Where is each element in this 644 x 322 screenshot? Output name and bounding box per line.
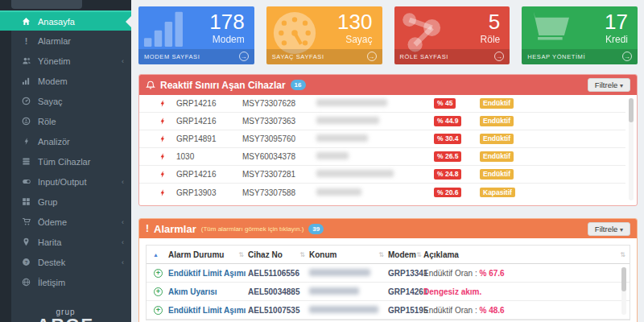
stack-icon <box>20 157 32 166</box>
sidebar-menu: Anasayfa!AlarmlarYönetim‹ModemSayaçRöleA… <box>0 10 131 292</box>
alarm-durum-link[interactable]: Endüktif Limit Aşımı <box>163 306 248 315</box>
sidebar-item-harita[interactable]: Harita‹ <box>0 232 131 252</box>
reaktif-count-badge[interactable]: 16 <box>291 80 306 90</box>
reaktif-oran-badge: % 26.5 <box>434 151 480 162</box>
sidebar-item-saya-[interactable]: Sayaç <box>0 91 131 111</box>
stat-card-label: Kredi <box>605 34 628 45</box>
alarm-durum-link[interactable]: Endüktif Limit Aşımı <box>163 269 248 278</box>
reaktif-tip-badge: Endüktif <box>480 134 552 144</box>
alarm-table-row[interactable]: +Endüktif Limit AşımıAEL51007535GRP15195… <box>147 301 630 320</box>
reaktif-cihaz-cell: MSY60034378 <box>242 152 316 161</box>
sidebar-search-box[interactable] <box>11 0 82 9</box>
alarm-table: ▲Alarm Durumu⇅Cihaz No⇅Konum⇅Modem⇅Açıkl… <box>146 245 630 320</box>
sidebar-item-modem[interactable]: Modem <box>0 71 131 91</box>
arrow-right-circle-icon[interactable]: → <box>494 52 504 61</box>
reaktif-table-row[interactable]: GRP13903MSY73307588% 20.6Kapasitif <box>139 184 625 201</box>
sidebar-item-y-netim[interactable]: Yönetim‹ <box>0 51 131 71</box>
chevron-left-icon: ‹ <box>122 238 124 246</box>
alarm-rows: +Endüktif Limit AşımıAEL51106556GRP13341… <box>147 264 630 320</box>
dashboard-root: Anasayfa!AlarmlarYönetim‹ModemSayaçRöleA… <box>0 0 644 322</box>
alarm-cihaz-cell: AEL51106556 <box>248 269 309 278</box>
stat-card-modem[interactable]: 178ModemMODEM SAYFASI→ <box>138 6 254 64</box>
reaktif-cihaz-cell: MSY73307588 <box>242 188 316 197</box>
sidebar-item-label: Analizör <box>38 137 70 147</box>
reaktif-grup-cell: GRP14216 <box>176 170 242 179</box>
column-label: Modem <box>388 250 416 259</box>
reaktif-konum-cell-blurred <box>316 188 434 197</box>
sidebar-item-input-output[interactable]: Input/Output‹ <box>0 171 131 192</box>
alarm-filter-button[interactable]: Filtrele ▾ <box>588 222 630 236</box>
alarm-panel-body: ▲Alarm Durumu⇅Cihaz No⇅Konum⇅Modem⇅Açıkl… <box>139 238 637 322</box>
sidebar-item-grup[interactable]: Grup <box>0 192 131 212</box>
alarm-cihaz-cell: AEL51007535 <box>248 306 309 315</box>
reaktif-oran-badge: % 45 <box>434 98 480 109</box>
reaktif-konum-cell-blurred <box>316 134 434 143</box>
brand-logo: grup ARGE <box>0 308 131 322</box>
reaktif-table: GRP14216MSY73307628% 45EndüktifGRP14216M… <box>139 95 637 205</box>
alarm-count-badge[interactable]: 39 <box>308 224 324 234</box>
caret-down-icon: ▾ <box>620 226 623 233</box>
reaktif-scrollbar[interactable] <box>629 98 634 200</box>
reaktif-oran-badge: % 24.8 <box>434 169 480 180</box>
stat-card-kredi[interactable]: 17KrediHESAP YÖNETİMİ→ <box>522 6 638 64</box>
sidebar-item-t-m-cihazlar[interactable]: Tüm Cihazlar <box>0 151 131 171</box>
arrow-right-circle-icon[interactable]: → <box>239 52 249 61</box>
sort-icon: ⇅ <box>238 251 244 258</box>
reaktif-table-row[interactable]: GRP14216MSY73307363% 44.9Endüktif <box>139 113 625 130</box>
reaktif-table-row[interactable]: GRP14216MSY73307281% 24.8Endüktif <box>139 166 625 184</box>
stat-card-footer[interactable]: RÖLE SAYFASI→ <box>394 49 510 64</box>
stat-card-footer[interactable]: HESAP YÖNETİMİ→ <box>522 49 638 64</box>
sidebar-item-i-leti-im[interactable]: İletişim <box>0 272 131 292</box>
alarm-panel-header: ! Alarmlar (Tüm alarmları görmek için tı… <box>139 219 637 238</box>
reaktif-cihaz-cell: MSY73095760 <box>242 134 316 143</box>
lightning-icon <box>149 134 176 143</box>
alarm-scrollbar[interactable] <box>621 267 626 315</box>
globe-icon <box>20 278 32 287</box>
alarm-konum-cell-blurred <box>309 306 388 315</box>
alarm-table-row[interactable]: +Endüktif Limit AşımıAEL51106556GRP13341… <box>147 264 630 283</box>
sidebar-top-bar <box>0 0 131 10</box>
alarm-col-header-konum[interactable]: Konum⇅ <box>309 250 388 259</box>
alarm-col-header-cihaz[interactable]: Cihaz No⇅ <box>248 250 309 259</box>
reaktif-tip-badge: Endüktif <box>480 169 552 180</box>
stat-card-footer[interactable]: MODEM SAYFASI→ <box>138 49 254 64</box>
reaktif-table-row[interactable]: GRP14891MSY73095760% 30.4Endüktif <box>139 130 625 148</box>
reaktif-grup-cell: GRP13903 <box>176 188 242 197</box>
reaktif-scrollbar-thumb[interactable] <box>629 98 634 122</box>
alarm-modem-cell: GRP14261 <box>388 287 423 296</box>
chevron-left-icon: ‹ <box>122 57 124 65</box>
sidebar: Anasayfa!AlarmlarYönetim‹ModemSayaçRöleA… <box>0 0 131 322</box>
alarm-panel-subtitle[interactable]: (Tüm alarmları görmek için tıklayın.) <box>201 225 304 233</box>
stat-card-r-le[interactable]: 5RöleRÖLE SAYFASI→ <box>394 6 510 64</box>
signal-icon <box>20 76 32 85</box>
sidebar-item-analiz-r[interactable]: Analizör <box>0 131 131 151</box>
alarm-col-icon-header[interactable]: ▲ <box>147 252 163 258</box>
sidebar-item-label: Destek <box>38 258 65 267</box>
plus-circle-icon[interactable]: + <box>147 287 163 296</box>
plus-circle-icon[interactable]: + <box>147 306 163 315</box>
grid-icon <box>20 197 32 206</box>
sidebar-item-label: Sayaç <box>38 97 63 106</box>
stat-card-saya-[interactable]: 130SayaçSAYAÇ SAYFASI→ <box>266 6 382 64</box>
alarm-col-header-modem[interactable]: Modem⇅ <box>388 250 423 259</box>
alarm-panel: ! Alarmlar (Tüm alarmları görmek için tı… <box>138 218 638 322</box>
sidebar-item-anasayfa[interactable]: Anasayfa <box>0 10 131 31</box>
sidebar-item-alarmlar[interactable]: !Alarmlar <box>0 31 131 51</box>
alarm-table-row[interactable]: +Akım UyarısıAEL50034885GRP14261Dengesiz… <box>147 283 630 301</box>
sidebar-item-r-le[interactable]: Röle <box>0 111 131 131</box>
chevron-left-icon: ‹ <box>122 218 124 226</box>
alarm-col-header-durum[interactable]: Alarm Durumu⇅ <box>163 250 248 259</box>
reaktif-table-row[interactable]: GRP14216MSY73307628% 45Endüktif <box>139 95 625 113</box>
alarm-col-header-desc[interactable]: Açıklama⇅ <box>423 250 630 259</box>
reaktif-filter-button[interactable]: Filtrele ▾ <box>588 78 630 92</box>
plus-circle-icon[interactable]: + <box>147 269 163 278</box>
stat-card-footer[interactable]: SAYAÇ SAYFASI→ <box>266 49 382 64</box>
alarm-durum-link[interactable]: Akım Uyarısı <box>163 287 248 296</box>
reaktif-table-row[interactable]: 1030MSY60034378% 26.5Endüktif <box>139 148 625 166</box>
sidebar-item-destek[interactable]: ?Destek‹ <box>0 252 131 272</box>
arrow-right-circle-icon[interactable]: → <box>622 52 632 61</box>
alarm-scrollbar-thumb[interactable] <box>621 267 626 291</box>
arrow-right-circle-icon[interactable]: → <box>367 52 377 61</box>
sidebar-item--deme[interactable]: Ödeme‹ <box>0 212 131 232</box>
cart-icon <box>20 217 32 226</box>
